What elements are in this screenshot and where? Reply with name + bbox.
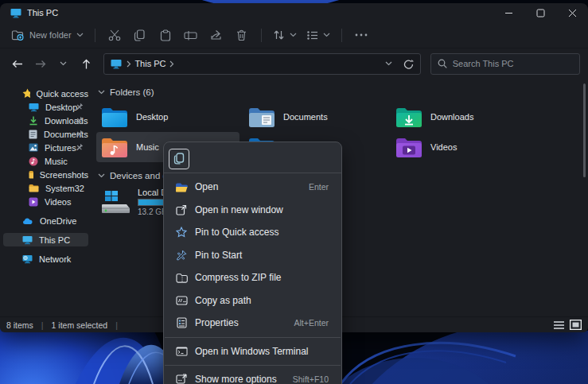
this-pc-icon	[111, 59, 122, 69]
menu-item-compress-to-zip[interactable]: Compress to ZIP file	[167, 266, 338, 289]
close-button[interactable]	[556, 3, 588, 22]
address-bar[interactable]: This PC	[103, 53, 420, 75]
share-button[interactable]	[204, 25, 229, 45]
sidebar-item-network[interactable]: Network	[3, 252, 88, 266]
menu-item-open[interactable]: Open Enter	[167, 176, 338, 199]
menu-item-show-more-options[interactable]: Show more options Shift+F10	[167, 368, 338, 384]
address-dropdown-icon[interactable]	[385, 61, 392, 66]
desktop-folder-icon	[101, 106, 128, 128]
menu-item-pin-to-start[interactable]: Pin to Start	[167, 244, 338, 267]
navigation-bar: This PC	[0, 48, 588, 79]
menu-item-label: Copy as path	[195, 295, 251, 306]
folder-tile-desktop[interactable]: Desktop	[96, 102, 239, 132]
chevron-down-icon	[323, 33, 330, 37]
menu-item-pin-to-quick-access[interactable]: Pin to Quick access	[167, 221, 338, 244]
local-disk-icon	[99, 188, 133, 215]
sidebar-item-pictures[interactable]: Pictures	[3, 141, 88, 154]
pictures-icon	[29, 143, 38, 152]
breadcrumb-this-pc[interactable]: This PC	[134, 59, 165, 68]
menu-separator	[165, 337, 341, 338]
forward-button[interactable]	[31, 54, 51, 73]
pin-icon	[76, 143, 84, 151]
sidebar-label: Network	[39, 254, 71, 264]
folder-tile-downloads[interactable]: Downloads	[391, 102, 534, 132]
command-bar: New folder	[0, 22, 588, 48]
show-more-options-icon	[176, 374, 187, 384]
search-input[interactable]	[453, 59, 572, 68]
maximize-button[interactable]	[524, 3, 556, 22]
delete-button[interactable]	[229, 25, 255, 45]
folder-tile-documents[interactable]: Documents	[243, 102, 387, 132]
selection-count: 1 item selected	[52, 320, 108, 330]
sidebar-item-videos[interactable]: Videos	[3, 195, 88, 208]
sidebar-item-screenshots[interactable]: Screenshots	[3, 168, 88, 181]
item-count: 8 items	[6, 320, 33, 330]
menu-item-label: Open in Windows Terminal	[195, 346, 309, 357]
ellipsis-icon	[355, 33, 368, 37]
back-button[interactable]	[8, 54, 28, 73]
share-icon	[210, 29, 222, 41]
sidebar-item-music[interactable]: Music	[3, 154, 88, 168]
folder-label: Documents	[283, 112, 328, 122]
navigation-pane: Quick access Desktop Downloads Do	[0, 79, 92, 316]
minimize-icon	[504, 9, 513, 17]
menu-separator	[164, 173, 341, 173]
more-options-button[interactable]	[349, 25, 374, 45]
details-view-button[interactable]	[553, 320, 565, 330]
star-icon	[22, 88, 30, 99]
sort-button[interactable]	[268, 26, 302, 44]
new-folder-button[interactable]: New folder	[6, 26, 88, 45]
sidebar-label: OneDrive	[40, 216, 76, 226]
sidebar-item-documents[interactable]: Documents	[3, 127, 88, 141]
menu-item-label: Compress to ZIP file	[195, 272, 281, 283]
vertical-scrollbar[interactable]	[583, 83, 586, 177]
paste-button[interactable]	[153, 25, 178, 45]
sidebar-item-system32[interactable]: System32	[3, 181, 88, 195]
folders-section-header[interactable]: Folders (6)	[96, 85, 588, 99]
copy-button[interactable]	[169, 149, 189, 169]
large-icons-view-button[interactable]	[570, 320, 582, 330]
collapse-chevron-icon[interactable]	[98, 90, 105, 95]
menu-shortcut: Alt+Enter	[294, 318, 329, 328]
refresh-icon[interactable]	[403, 59, 414, 69]
menu-item-properties[interactable]: Properties Alt+Enter	[167, 312, 338, 335]
pin-icon	[76, 116, 84, 124]
up-button[interactable]	[76, 54, 96, 73]
sidebar-item-downloads[interactable]: Downloads	[3, 114, 88, 127]
folder-label: Downloads	[430, 112, 473, 122]
copy-button[interactable]	[127, 25, 153, 45]
rename-button[interactable]	[178, 25, 204, 45]
chevron-down-icon	[60, 61, 67, 66]
recent-locations-button[interactable]	[53, 54, 73, 73]
folder-tile-videos[interactable]: Videos	[391, 132, 534, 162]
copy-icon	[173, 153, 185, 165]
sidebar-item-onedrive[interactable]: OneDrive	[3, 214, 88, 227]
context-menu: Open Enter Open in new window Pin to Qui…	[163, 142, 342, 384]
sidebar-item-this-pc[interactable]: This PC	[3, 233, 88, 246]
menu-item-open-in-windows-terminal[interactable]: Open in Windows Terminal	[167, 340, 338, 363]
paste-icon	[160, 29, 171, 41]
back-arrow-icon	[12, 60, 23, 68]
chevron-down-icon	[76, 33, 84, 37]
sidebar-item-quick-access[interactable]: Quick access	[3, 87, 88, 100]
sidebar-item-desktop[interactable]: Desktop	[3, 100, 88, 114]
music-icon	[29, 157, 38, 166]
menu-item-open-in-new-window[interactable]: Open in new window	[167, 199, 338, 222]
videos-icon	[29, 197, 38, 207]
cut-button[interactable]	[102, 25, 127, 45]
network-icon	[22, 254, 33, 264]
title-bar[interactable]: This PC	[0, 3, 588, 22]
sidebar-label: Quick access	[37, 89, 88, 99]
menu-item-copy-as-path[interactable]: Copy as path	[167, 289, 338, 312]
toolbar-separator	[341, 29, 342, 42]
zip-folder-icon	[176, 273, 188, 283]
menu-item-label: Pin to Start	[195, 250, 242, 261]
search-box[interactable]	[430, 53, 580, 75]
collapse-chevron-icon[interactable]	[98, 173, 105, 178]
music-folder-icon	[101, 136, 128, 158]
minimize-button[interactable]	[493, 3, 524, 22]
view-button[interactable]	[302, 27, 335, 44]
copy-icon	[134, 29, 146, 41]
forward-arrow-icon	[35, 60, 46, 68]
folder-icon	[29, 170, 33, 179]
